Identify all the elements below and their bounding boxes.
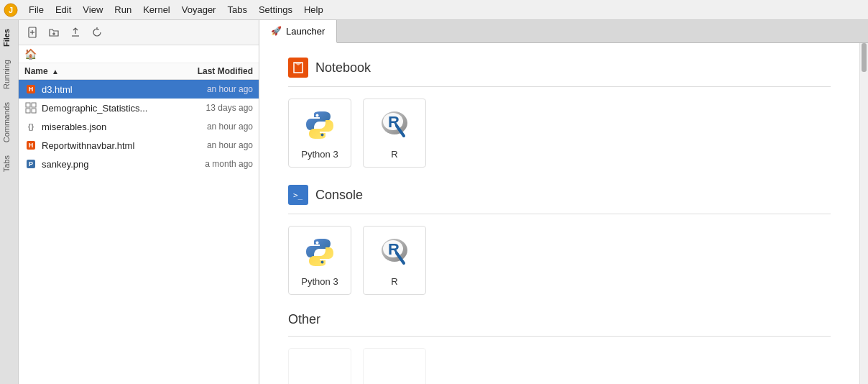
launcher-wrapper: Notebook bbox=[259, 43, 868, 384]
refresh-button[interactable] bbox=[88, 23, 106, 42]
home-icon: 🏠 bbox=[24, 48, 37, 60]
svg-rect-9 bbox=[26, 103, 30, 107]
menu-tabs[interactable]: Tabs bbox=[221, 3, 252, 17]
upload-button[interactable] bbox=[66, 23, 85, 42]
file-header: Name ▲ Last Modified bbox=[19, 63, 259, 80]
menu-file[interactable]: File bbox=[23, 3, 50, 17]
console-title: Console bbox=[315, 188, 363, 203]
console-r-label: R bbox=[391, 276, 397, 287]
sidebar-item-files[interactable]: Files bbox=[1, 23, 18, 52]
console-divider bbox=[288, 214, 831, 214]
home-button[interactable]: 🏠 bbox=[19, 45, 259, 63]
main-area: 🚀 Launcher Notebook bbox=[259, 20, 868, 384]
file-modified-label: an hour ago bbox=[181, 84, 253, 94]
other-divider bbox=[288, 336, 831, 337]
file-item[interactable]: HReportwithnavbar.htmlan hour ago bbox=[19, 136, 259, 155]
console-python3-label: Python 3 bbox=[301, 276, 338, 287]
app-logo: J bbox=[3, 2, 19, 18]
tab-launcher[interactable]: 🚀 Launcher bbox=[259, 20, 337, 43]
menu-voyager[interactable]: Voyager bbox=[176, 3, 222, 17]
file-name-label: Reportwithnavbar.html bbox=[42, 140, 177, 151]
r-icon: R bbox=[377, 107, 412, 143]
notebook-r-label: R bbox=[391, 149, 397, 160]
console-r-card[interactable]: R R bbox=[363, 226, 426, 295]
console-r-icon: R bbox=[377, 234, 412, 270]
other-cards bbox=[288, 348, 831, 384]
other-card-2-icon bbox=[377, 365, 412, 384]
svg-point-16 bbox=[321, 133, 324, 136]
notebook-python3-card[interactable]: Python 3 bbox=[288, 99, 351, 168]
new-file-button[interactable] bbox=[23, 23, 42, 42]
notebook-python3-label: Python 3 bbox=[301, 149, 338, 160]
menu-view[interactable]: View bbox=[77, 3, 108, 17]
file-modified-label: an hour ago bbox=[181, 140, 253, 150]
notebook-title: Notebook bbox=[315, 60, 371, 76]
svg-rect-11 bbox=[26, 109, 30, 113]
notebook-section-title: Notebook bbox=[288, 58, 831, 78]
svg-point-22 bbox=[316, 241, 319, 244]
tab-launcher-label: Launcher bbox=[286, 26, 325, 37]
menu-kernel[interactable]: Kernel bbox=[137, 3, 176, 17]
new-folder-button[interactable] bbox=[45, 23, 63, 42]
file-name-label: Demographic_Statistics... bbox=[42, 103, 177, 114]
sort-by-name[interactable]: Name ▲ bbox=[24, 66, 174, 76]
menu-run[interactable]: Run bbox=[108, 3, 137, 17]
file-item[interactable]: Hd3.htmlan hour ago bbox=[19, 80, 259, 99]
menu-edit[interactable]: Edit bbox=[50, 3, 77, 17]
file-item[interactable]: Psankey.pnga month ago bbox=[19, 155, 259, 173]
file-type-icon: H bbox=[24, 83, 37, 96]
last-modified-header: Last Modified bbox=[174, 66, 253, 76]
notebook-cards: Python 3 bbox=[288, 99, 831, 168]
svg-rect-12 bbox=[32, 109, 36, 113]
menu-help[interactable]: Help bbox=[298, 3, 329, 17]
file-type-icon: H bbox=[24, 139, 37, 152]
menu-settings[interactable]: Settings bbox=[253, 3, 298, 17]
file-modified-label: an hour ago bbox=[181, 122, 253, 132]
svg-text:>_: >_ bbox=[293, 191, 303, 200]
python3-icon bbox=[302, 107, 338, 143]
sidebar-item-commands[interactable]: Commands bbox=[1, 96, 18, 148]
file-name-label: d3.html bbox=[42, 84, 177, 95]
file-modified-label: 13 days ago bbox=[181, 103, 253, 113]
other-title: Other bbox=[288, 312, 320, 327]
file-toolbar bbox=[19, 20, 259, 45]
launcher-content: Notebook bbox=[259, 43, 859, 384]
svg-marker-14 bbox=[294, 63, 303, 65]
file-modified-label: a month ago bbox=[181, 159, 253, 169]
sidebar-item-tabs[interactable]: Tabs bbox=[1, 150, 18, 178]
file-item[interactable]: {}miserables.jsonan hour ago bbox=[19, 117, 259, 136]
launcher-tab-icon: 🚀 bbox=[271, 26, 282, 36]
other-section-title: Other bbox=[288, 312, 831, 327]
file-name-label: sankey.png bbox=[42, 159, 177, 170]
file-list: Hd3.htmlan hour agoDemographic_Statistic… bbox=[19, 80, 259, 384]
file-type-icon: {} bbox=[24, 120, 37, 133]
activity-bar: Files Running Commands Tabs bbox=[0, 20, 19, 384]
file-type-icon: P bbox=[24, 157, 37, 170]
other-card-1[interactable] bbox=[288, 348, 351, 384]
file-name-label: miserables.json bbox=[42, 122, 177, 132]
file-item[interactable]: Demographic_Statistics...13 days ago bbox=[19, 99, 259, 117]
file-type-icon bbox=[24, 101, 37, 114]
console-cards: Python 3 bbox=[288, 226, 831, 295]
other-card-2[interactable] bbox=[363, 348, 426, 384]
sort-arrow-icon: ▲ bbox=[52, 68, 59, 76]
vertical-scrollbar[interactable] bbox=[859, 43, 868, 384]
tab-bar: 🚀 Launcher bbox=[259, 20, 868, 43]
console-python3-card[interactable]: Python 3 bbox=[288, 226, 351, 295]
other-card-1-icon bbox=[302, 365, 338, 384]
console-section-title: >_ Console bbox=[288, 185, 831, 205]
sidebar-item-running[interactable]: Running bbox=[1, 54, 18, 95]
notebook-icon bbox=[288, 58, 308, 78]
svg-point-23 bbox=[321, 260, 324, 263]
console-python3-icon bbox=[302, 234, 338, 270]
file-panel: 🏠 Name ▲ Last Modified Hd3.htmlan hour a… bbox=[19, 20, 259, 384]
svg-text:J: J bbox=[9, 6, 13, 14]
notebook-divider bbox=[288, 86, 831, 87]
svg-rect-10 bbox=[32, 103, 36, 107]
menubar: J File Edit View Run Kernel Voyager Tabs… bbox=[0, 0, 868, 20]
app-body: Files Running Commands Tabs bbox=[0, 20, 868, 384]
notebook-r-card[interactable]: R R bbox=[363, 99, 426, 168]
console-icon: >_ bbox=[288, 185, 308, 205]
svg-point-15 bbox=[316, 114, 319, 116]
